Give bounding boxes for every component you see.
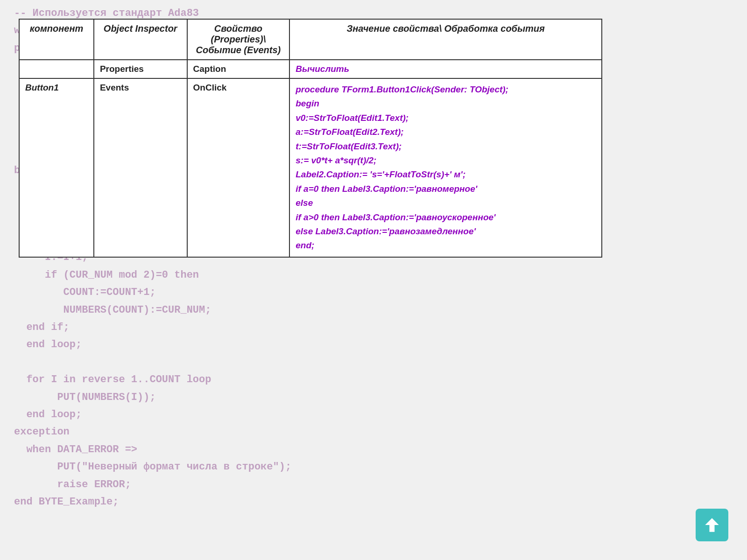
main-content: компонент Object Inspector Свойство (Pro… [19, 19, 602, 258]
header-component: компонент [19, 19, 94, 60]
cell-property-2: OnClick [187, 78, 290, 257]
header-value: Значение свойства\ Обработка события [289, 19, 602, 60]
up-arrow-icon [702, 515, 722, 535]
property-value-2: OnClick [193, 83, 227, 92]
table-header-row: компонент Object Inspector Свойство (Pro… [19, 19, 602, 60]
cell-component-1 [19, 60, 94, 78]
table-row: Properties Caption Вычислить [19, 60, 602, 78]
header-inspector-label: Object Inspector [104, 23, 177, 34]
table-row: Button1 Events OnClick procedure TForm1.… [19, 78, 602, 257]
header-component-label: компонент [30, 23, 84, 34]
value-text-1: Вычислить [296, 64, 349, 74]
header-property: Свойство (Properties)\ Событие (Events) [187, 19, 290, 60]
cell-inspector-2: Events [94, 78, 187, 257]
cell-component-2: Button1 [19, 78, 94, 257]
header-inspector: Object Inspector [94, 19, 187, 60]
header-value-label: Значение свойства\ Обработка события [346, 23, 544, 34]
cell-property-1: Caption [187, 60, 290, 78]
cell-value-2: procedure TForm1.Button1Click(Sender: TO… [289, 78, 602, 257]
object-inspector-table: компонент Object Inspector Свойство (Pro… [19, 19, 602, 258]
inspector-value-1: Properties [100, 64, 144, 74]
inspector-value-2: Events [100, 83, 129, 92]
header-property-label: Свойство (Properties)\ Событие (Events) [196, 23, 281, 55]
cell-value-1: Вычислить [289, 60, 602, 78]
cell-inspector-1: Properties [94, 60, 187, 78]
property-value-1: Caption [193, 64, 226, 74]
component-value-2: Button1 [25, 83, 59, 92]
up-button[interactable] [696, 509, 728, 541]
